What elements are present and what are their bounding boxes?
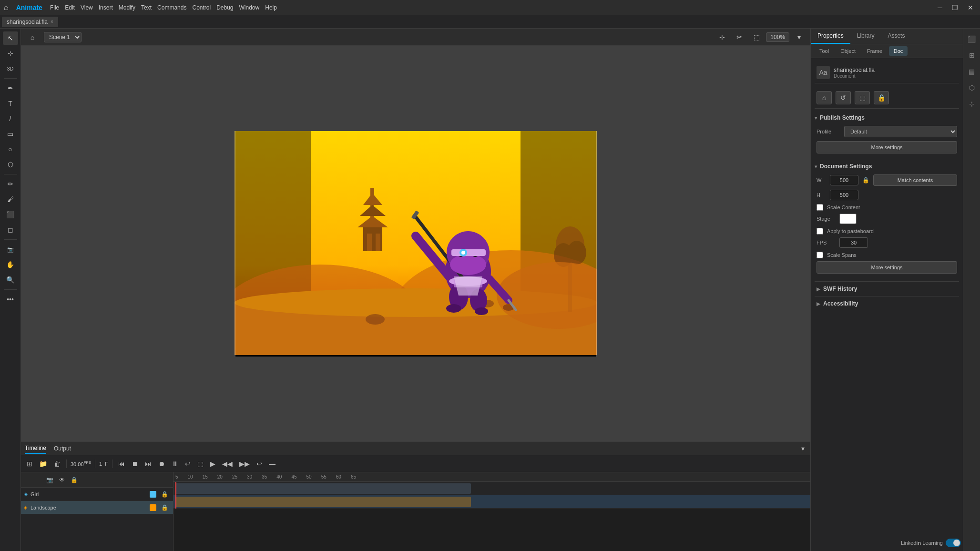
transform-tool[interactable]: 3D (3, 62, 18, 75)
apply-pasteboard-checkbox[interactable] (817, 228, 823, 235)
forward-play-button[interactable]: ▶▶ (237, 459, 252, 469)
canvas-area[interactable] (21, 46, 810, 441)
prop-tab-object[interactable]: Object (836, 46, 860, 56)
publish-settings-header[interactable]: ▾ Publish Settings (815, 112, 959, 123)
far-right-btn-3[interactable]: ▤ (965, 65, 979, 78)
snap-to-objects-icon[interactable]: ⌂ (817, 91, 832, 104)
match-contents-button[interactable]: Match contents (873, 174, 957, 186)
menu-help[interactable]: Help (265, 4, 277, 11)
onion-skin-button[interactable]: ⏸ (170, 459, 180, 469)
far-right-btn-4[interactable]: ⬡ (965, 81, 979, 94)
menu-control[interactable]: Control (192, 4, 211, 11)
far-right-btn-2[interactable]: ⊞ (965, 49, 979, 62)
subselect-tool[interactable]: ⊹ (3, 47, 18, 60)
text-tool[interactable]: T (3, 97, 18, 110)
document-settings-header[interactable]: ▾ Document Settings (815, 161, 959, 172)
onion-skin-out-button[interactable]: ↩ (183, 459, 193, 469)
layer-girl-lock[interactable]: 🔒 (159, 490, 170, 499)
frame-icon[interactable]: ⬚ (749, 31, 764, 44)
minimize-button[interactable]: ─ (935, 3, 945, 12)
rotate-icon[interactable]: ↺ (836, 91, 851, 104)
next-keyframe-button[interactable]: ⏭ (143, 459, 153, 469)
prop-tab-frame[interactable]: Frame (862, 46, 887, 56)
menu-debug[interactable]: Debug (216, 4, 233, 11)
layer-girl-row[interactable]: ◈ Girl 🔒 (21, 488, 173, 501)
pen-tool[interactable]: ✒ (3, 82, 18, 95)
stage-color-swatch[interactable] (839, 214, 857, 224)
pencil-tool[interactable]: ✏ (3, 177, 18, 191)
frame-track-girl[interactable] (174, 482, 810, 495)
clip-icon[interactable]: ✂ (732, 31, 747, 44)
menu-view[interactable]: View (81, 4, 93, 11)
rect-tool[interactable]: ▭ (3, 127, 18, 141)
layer-visibility-icon[interactable]: 👁 (57, 476, 67, 484)
poly-tool[interactable]: ⬡ (3, 158, 18, 171)
scene-selector[interactable]: Scene 1 (44, 32, 82, 42)
maximize-button[interactable]: ❐ (949, 3, 961, 12)
far-right-btn-1[interactable]: ⬛ (965, 32, 979, 46)
prev-keyframe-button[interactable]: ⏮ (116, 459, 127, 469)
zoom-tool[interactable]: 🔍 (3, 273, 18, 286)
paint-tool[interactable]: ⬛ (3, 208, 18, 221)
camera-tool[interactable]: 📷 (3, 243, 18, 256)
scale-spans-checkbox[interactable] (817, 252, 823, 258)
fps-input[interactable] (839, 237, 868, 248)
menu-insert[interactable]: Insert (99, 4, 113, 11)
onion-skin-in-button[interactable]: ⬚ (195, 459, 205, 469)
frames-area[interactable]: 5 10 15 20 25 30 35 40 45 50 55 60 65 (174, 472, 810, 551)
far-right-btn-5[interactable]: ⊹ (965, 97, 979, 111)
tab-assets[interactable]: Assets (881, 29, 911, 44)
scale-content-checkbox[interactable] (817, 204, 823, 211)
layer-landscape-lock[interactable]: 🔒 (159, 503, 170, 512)
dimension-lock-icon[interactable]: 🔒 (862, 177, 869, 184)
folder-button[interactable]: 📁 (37, 459, 49, 469)
menu-commands[interactable]: Commands (157, 4, 186, 11)
stage-options-icon[interactable]: ⊹ (715, 31, 730, 44)
layer-camera-icon[interactable]: 📷 (44, 476, 55, 484)
menu-edit[interactable]: Edit (65, 4, 75, 11)
accessibility-section[interactable]: ▶ Accessibility (815, 296, 959, 311)
frame-track-landscape[interactable] (174, 495, 810, 509)
publish-more-settings-button[interactable]: More settings (817, 141, 957, 153)
menu-window[interactable]: Window (239, 4, 260, 11)
menu-text[interactable]: Text (141, 4, 152, 11)
play-button[interactable]: ▶ (208, 459, 217, 469)
menu-file[interactable]: File (50, 4, 59, 11)
zoom-dropdown-icon[interactable]: ▾ (791, 31, 806, 44)
more-tools[interactable]: ••• (3, 293, 18, 306)
menu-modify[interactable]: Modify (119, 4, 135, 11)
hand-tool[interactable]: ✋ (3, 258, 18, 271)
rewind-button[interactable]: ↩ (255, 459, 264, 469)
swf-history-section[interactable]: ▶ SWF History (815, 281, 959, 296)
timeline-tab[interactable]: Timeline (25, 443, 46, 454)
timeline-collapse-button[interactable]: ▾ (799, 444, 806, 453)
tab-close-icon[interactable]: × (51, 19, 53, 24)
tab-properties[interactable]: Properties (811, 29, 850, 44)
output-tab[interactable]: Output (54, 443, 71, 454)
home-icon[interactable]: ⌂ (4, 3, 9, 12)
delete-layer-button[interactable]: 🗑 (52, 459, 62, 469)
brush-tool[interactable]: 🖌 (3, 193, 18, 206)
eraser-tool[interactable]: ◻ (3, 223, 18, 236)
select-tool[interactable]: ↖ (3, 31, 18, 45)
loop-button[interactable]: ⏺ (156, 459, 167, 469)
scene-home-icon[interactable]: ⌂ (25, 31, 40, 44)
tab-library[interactable]: Library (850, 29, 881, 44)
close-button[interactable]: ✕ (965, 3, 976, 12)
line-tool[interactable]: / (3, 112, 18, 125)
doc-more-settings-button[interactable]: More settings (817, 261, 957, 274)
prop-tab-tool[interactable]: Tool (815, 46, 834, 56)
layer-lock-icon[interactable]: 🔒 (69, 476, 80, 484)
profile-select[interactable]: Default (844, 126, 957, 137)
prop-tab-doc[interactable]: Doc (889, 46, 908, 56)
frame-icon-btn[interactable]: ⬚ (855, 91, 870, 104)
new-layer-button[interactable]: ⊞ (25, 459, 34, 469)
file-tab[interactable]: sharingsocial.fla × (2, 17, 58, 27)
oval-tool[interactable]: ○ (3, 143, 18, 156)
height-input[interactable] (830, 190, 858, 200)
reverse-play-button[interactable]: ◀◀ (220, 459, 235, 469)
stop-button[interactable]: ⏹ (130, 459, 140, 469)
width-input[interactable] (830, 175, 858, 185)
linkedin-toggle[interactable] (946, 539, 961, 547)
layer-landscape-row[interactable]: ◈ Landscape 🔒 (21, 501, 173, 514)
